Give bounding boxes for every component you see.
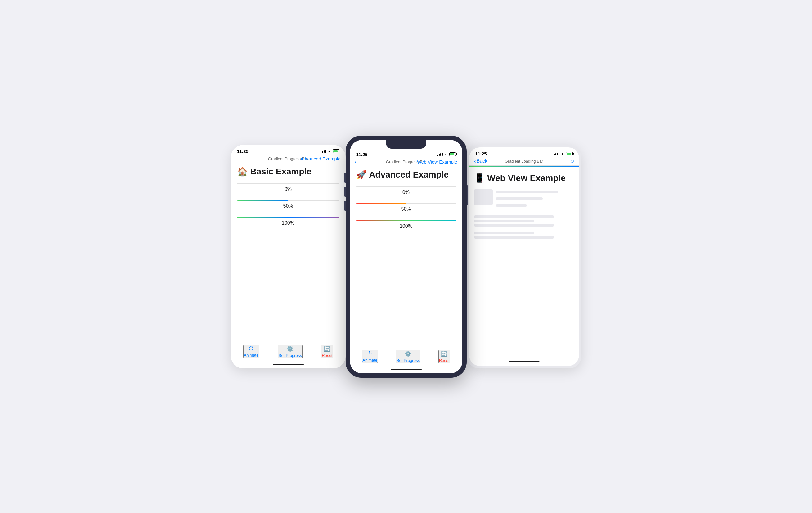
nav-bar-right: ‹ Back Gradient Loading Bar ↻: [469, 158, 579, 166]
progress-track-100-left: [237, 217, 340, 218]
skeleton-line-1: [496, 191, 558, 193]
wifi-icon-right: ▲: [561, 152, 564, 155]
home-indicator-center: [350, 365, 462, 373]
status-icons-right: ▲: [554, 152, 573, 155]
progress-label-50-left: 50%: [237, 203, 340, 209]
reset-icon-center: 🔄: [441, 350, 448, 357]
bottom-toolbar-left: ⏱ Animate ⚙️ Set Progress 🔄 Reset: [231, 341, 346, 360]
screen-center: 11:25 ▲ ‹: [350, 140, 462, 373]
separator-2-left: [237, 212, 340, 213]
page-title-right: 📱 Web View Example: [474, 173, 574, 183]
phone-center: 11:25 ▲ ‹: [346, 136, 467, 378]
progress-section-0-center: 0%: [356, 186, 456, 195]
nav-title-right: Gradient Loading Bar: [505, 159, 543, 164]
battery-icon-left: [332, 149, 340, 153]
content-right: 📱 Web View Example: [469, 167, 579, 358]
screen-left: 11:25 ▲ Gradient Progress Bar: [231, 145, 346, 368]
set-progress-label-left: Set Progress: [279, 353, 302, 358]
progress-track-100-center: [356, 220, 456, 221]
animate-label-left: Animate: [244, 353, 259, 358]
home-indicator-right: [469, 358, 579, 366]
volume-down-button: [344, 187, 346, 197]
reset-button-left[interactable]: 🔄 Reset: [321, 345, 333, 359]
wifi-icon-center: ▲: [444, 152, 448, 156]
home-bar-right: [509, 361, 540, 363]
skeleton-line-7: [474, 232, 534, 234]
reset-label-center: Reset: [439, 358, 450, 363]
signal-icon-center: [437, 153, 443, 156]
bottom-toolbar-center: ⏱ Animate ⚙️ Set Progress 🔄 Reset: [350, 346, 462, 365]
page-title-left: 🏠 Basic Example: [237, 166, 340, 177]
skeleton-image-1: [474, 189, 493, 205]
status-bar-right: 11:25 ▲: [469, 147, 579, 158]
progress-track-0-left: [237, 183, 340, 184]
set-progress-icon-left: ⚙️: [287, 345, 293, 352]
progress-track-50-left: [237, 200, 340, 201]
set-progress-button-left[interactable]: ⚙️ Set Progress: [278, 345, 302, 359]
progress-section-100-left: 100%: [237, 217, 340, 226]
power-button: [467, 185, 468, 205]
set-progress-button-center[interactable]: ⚙️ Set Progress: [396, 350, 420, 363]
home-bar-left: [273, 364, 304, 365]
progress-label-0-center: 0%: [356, 190, 456, 195]
animate-button-left[interactable]: ⏱ Animate: [243, 345, 259, 358]
home-indicator-left: [231, 360, 346, 368]
separator-1-center: [356, 199, 456, 199]
progress-fill-50-left: [237, 200, 288, 201]
mute-button: [344, 201, 346, 211]
battery-icon-center: [449, 152, 456, 156]
volume-up-button: [344, 173, 346, 183]
nav-bar-center: ‹ Gradient Progress Bar Web View Example: [350, 158, 462, 166]
set-progress-label-center: Set Progress: [397, 358, 420, 363]
battery-icon-right: [566, 152, 573, 155]
web-separator-2: [474, 230, 574, 230]
nav-link-center[interactable]: Web View Example: [417, 159, 457, 165]
progress-label-0-left: 0%: [237, 187, 340, 192]
web-separator-1: [474, 213, 574, 214]
back-label-right: Back: [476, 158, 488, 164]
status-bar-left: 11:25 ▲: [231, 145, 346, 155]
signal-icon-left: [321, 150, 326, 153]
notch-center: [386, 140, 426, 149]
status-icons-left: ▲: [321, 149, 340, 153]
set-progress-icon-center: ⚙️: [405, 350, 411, 357]
progress-fill-100-center: [356, 220, 456, 221]
reset-button-center[interactable]: 🔄 Reset: [438, 350, 450, 363]
reset-icon-left: 🔄: [324, 345, 330, 352]
wifi-icon-left: ▲: [328, 149, 331, 153]
content-left: 🏠 Basic Example 0% 50%: [231, 163, 346, 341]
signal-icon-right: [554, 152, 559, 155]
web-text-block-2: [474, 232, 574, 239]
skeleton-line-8: [474, 236, 554, 239]
nav-bar-left: Gradient Progress Bar Advanced Example: [231, 155, 346, 163]
back-chevron-center: ‹: [355, 159, 357, 165]
progress-label-50-center: 50%: [356, 206, 456, 212]
back-chevron-right: ‹: [474, 158, 476, 164]
refresh-button-right[interactable]: ↻: [570, 158, 574, 164]
progress-section-0-left: 0%: [237, 183, 340, 192]
content-center: 🚀 Advanced Example 0% 50%: [350, 166, 462, 346]
progress-track-0-center: [356, 186, 456, 187]
skeleton-line-2: [496, 197, 543, 200]
skeleton-line-5: [474, 220, 534, 222]
nav-link-left[interactable]: Advanced Example: [300, 156, 340, 161]
progress-section-50-left: 50%: [237, 200, 340, 209]
nav-back-center[interactable]: ‹: [355, 159, 357, 165]
animate-icon-left: ⏱: [249, 345, 254, 352]
animate-button-center[interactable]: ⏱ Animate: [362, 350, 378, 363]
page-title-center: 🚀 Advanced Example: [356, 169, 456, 180]
time-left: 11:25: [237, 149, 249, 154]
reset-label-left: Reset: [322, 353, 332, 358]
progress-label-100-center: 100%: [356, 224, 456, 229]
time-right: 11:25: [475, 151, 487, 156]
progress-section-100-center: 100%: [356, 220, 456, 229]
progress-fill-50-center: [356, 203, 406, 204]
animate-icon-center: ⏱: [367, 350, 373, 357]
web-text-block-1: [474, 216, 574, 227]
time-center: 11:25: [356, 152, 368, 157]
nav-back-right[interactable]: ‹ Back: [474, 158, 488, 164]
phone-right: 11:25 ▲ ‹ Ba: [467, 145, 581, 368]
animate-label-center: Animate: [362, 358, 377, 363]
skeleton-line-4: [474, 216, 554, 218]
progress-fill-100-left: [237, 217, 340, 218]
